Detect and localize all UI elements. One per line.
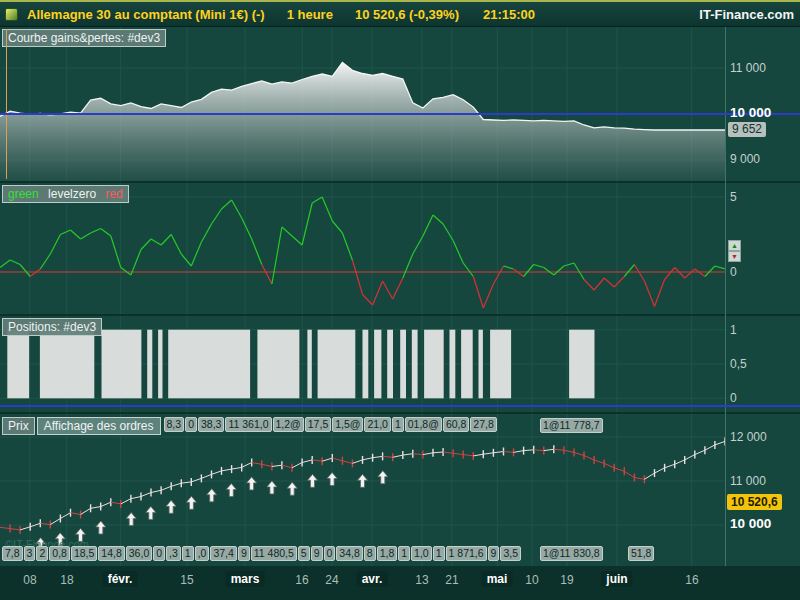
panel-oscillator: green levelzero red bbox=[0, 183, 800, 314]
order-tag[interactable]: 3 bbox=[24, 546, 36, 561]
window-top-border bbox=[0, 0, 800, 2]
axis-label-pos-05: 0,5 bbox=[730, 357, 747, 371]
time-axis-day-label: 10 bbox=[525, 573, 538, 587]
order-tag[interactable]: 0 bbox=[185, 417, 197, 432]
time-axis-month-label: avr. bbox=[357, 571, 388, 587]
order-tag[interactable]: 36,0 bbox=[126, 546, 152, 561]
order-tag[interactable]: 1@11 830,8 bbox=[540, 546, 603, 561]
equity-curve-chart[interactable] bbox=[0, 27, 725, 181]
time-axis-day-label: 16 bbox=[295, 573, 308, 587]
order-tag[interactable]: 0 bbox=[324, 546, 336, 561]
orders-display-button[interactable]: Affichage des ordres bbox=[37, 417, 161, 435]
order-tag[interactable]: 9 bbox=[238, 546, 250, 561]
time-axis-month-label: juin bbox=[601, 571, 632, 587]
order-tag[interactable]: 27,8 bbox=[470, 417, 496, 432]
order-tag[interactable]: 2 bbox=[36, 546, 48, 561]
order-tag[interactable]: 1 bbox=[392, 417, 404, 432]
time-axis-day-label: 16 bbox=[685, 573, 698, 587]
axis-label-price-11000: 11 000 bbox=[730, 474, 766, 488]
panel-positions: Positions: #dev3 bbox=[0, 316, 800, 412]
legend-levelzero-label: levelzero bbox=[48, 187, 96, 201]
brand-logo: IT-Finance.com bbox=[699, 7, 794, 22]
panel-price: ©IT-Finance.com Prix Affichage des ordre… bbox=[0, 414, 800, 566]
order-tag[interactable]: 8 bbox=[364, 546, 376, 561]
time-axis-day-label: 21 bbox=[445, 573, 458, 587]
order-tag[interactable]: 9 bbox=[311, 546, 323, 561]
order-tag[interactable]: ,3 bbox=[166, 546, 181, 561]
time-axis-month-label: mars bbox=[226, 571, 265, 587]
order-tag[interactable]: 0,8 bbox=[49, 546, 70, 561]
order-tag[interactable]: 1 bbox=[182, 546, 194, 561]
header-bar: Allemagne 30 au comptant (Mini 1€) (-) 1… bbox=[0, 2, 800, 27]
app-icon[interactable] bbox=[5, 8, 18, 21]
order-tag[interactable]: 1@11 778,7 bbox=[540, 418, 603, 433]
axis-label-equity-9000: 9 000 bbox=[730, 152, 760, 166]
order-tag[interactable]: 9 bbox=[488, 546, 500, 561]
positions-chart[interactable] bbox=[0, 316, 725, 412]
order-tags-bottom: 7,8320,818,514,836,00,31,037,4911 480,55… bbox=[2, 546, 522, 561]
axis-label-equity-10000: 10 000 bbox=[730, 106, 771, 120]
order-tag[interactable]: 5 bbox=[298, 546, 310, 561]
axis-scroll-down-button[interactable]: ▼ bbox=[728, 251, 741, 262]
legend-green-label: green bbox=[8, 187, 39, 201]
order-tag[interactable]: 1,0 bbox=[411, 546, 432, 561]
order-tag[interactable]: 11 361,0 bbox=[225, 417, 271, 432]
order-tag[interactable]: 0 bbox=[153, 546, 165, 561]
order-tag[interactable]: 60,8 bbox=[443, 417, 469, 432]
time-axis-day-label: 08 bbox=[23, 573, 36, 587]
axis-label-osc-5: 5 bbox=[730, 190, 737, 204]
order-tag[interactable]: 51,8 bbox=[628, 546, 654, 561]
clock-label: 21:15:00 bbox=[483, 7, 535, 22]
order-tag[interactable]: 7,8 bbox=[2, 546, 23, 561]
time-axis-month-label: mai bbox=[482, 571, 513, 587]
time-axis-month-label: févr. bbox=[103, 571, 138, 587]
axis-scroll-up-button[interactable]: ▲ bbox=[728, 240, 741, 251]
order-tag[interactable]: 21,0 bbox=[364, 417, 390, 432]
order-tag[interactable]: 1 bbox=[398, 546, 410, 561]
axis-scroll-widget: ▲ ▼ bbox=[728, 240, 741, 262]
orders-row-top: Prix Affichage des ordres 8,3038,311 361… bbox=[2, 417, 498, 435]
last-price-change-label: 10 520,6 (-0,39%) bbox=[355, 7, 459, 22]
order-tag[interactable]: 8,3 bbox=[164, 417, 185, 432]
oscillator-legend[interactable]: green levelzero red bbox=[2, 185, 129, 203]
positions-indicator-label[interactable]: Positions: #dev3 bbox=[2, 318, 102, 336]
axis-label-price-10000: 10 000 bbox=[730, 517, 771, 531]
positions-baseline-line bbox=[0, 405, 800, 407]
price-panel-label: Prix bbox=[2, 417, 35, 435]
equity-indicator-label[interactable]: Courbe gains&pertes: #dev3 bbox=[2, 29, 166, 47]
time-axis-day-label: 24 bbox=[325, 573, 338, 587]
order-tag[interactable]: 14,8 bbox=[98, 546, 124, 561]
order-tag[interactable]: 01,8@ bbox=[405, 417, 442, 432]
time-axis: 0818févr.15mars1624avr.1321mai1019juin16 bbox=[0, 566, 800, 600]
order-tag[interactable]: 1,2@ bbox=[273, 417, 304, 432]
order-tag[interactable]: 1 bbox=[433, 546, 445, 561]
order-tag[interactable]: 37,4 bbox=[210, 546, 236, 561]
axis-label-pos-0: 0 bbox=[730, 391, 737, 405]
order-tag[interactable]: 1 871,6 bbox=[446, 546, 487, 561]
panel-equity: Courbe gains&pertes: #dev3 bbox=[0, 27, 800, 181]
instrument-title: Allemagne 30 au comptant (Mini 1€) (-) bbox=[27, 7, 265, 22]
order-tag[interactable]: ,0 bbox=[195, 546, 210, 561]
axis-label-osc-0: 0 bbox=[730, 265, 737, 279]
order-tag[interactable]: 3,5 bbox=[500, 546, 521, 561]
order-tag[interactable]: 34,8 bbox=[336, 546, 362, 561]
order-tag[interactable]: 17,5 bbox=[305, 417, 331, 432]
price-chart[interactable] bbox=[0, 414, 725, 566]
order-tag[interactable]: 38,3 bbox=[198, 417, 224, 432]
legend-red-label: red bbox=[105, 187, 122, 201]
time-axis-day-label: 13 bbox=[415, 573, 428, 587]
time-axis-day-label: 19 bbox=[560, 573, 573, 587]
order-tag[interactable]: 1,8 bbox=[377, 546, 398, 561]
order-tag[interactable]: 1,5@ bbox=[332, 417, 363, 432]
order-tag[interactable]: 18,5 bbox=[71, 546, 97, 561]
last-price-badge: 10 520,6 bbox=[727, 494, 782, 510]
trading-app-window: Allemagne 30 au comptant (Mini 1€) (-) 1… bbox=[0, 0, 800, 600]
order-tag[interactable]: 11 480,5 bbox=[251, 546, 297, 561]
axis-separator-line bbox=[725, 27, 726, 566]
timeframe-label: 1 heure bbox=[287, 7, 333, 22]
orders-row-bottom: 7,8320,818,514,836,00,31,037,4911 480,55… bbox=[2, 546, 522, 561]
order-tags-top: 8,3038,311 361,01,2@17,51,5@21,0101,8@60… bbox=[164, 417, 498, 432]
axis-label-price-12000: 12 000 bbox=[730, 430, 767, 444]
equity-last-value-badge: 9 652 bbox=[728, 122, 766, 137]
chart-cursor-line bbox=[6, 29, 7, 179]
